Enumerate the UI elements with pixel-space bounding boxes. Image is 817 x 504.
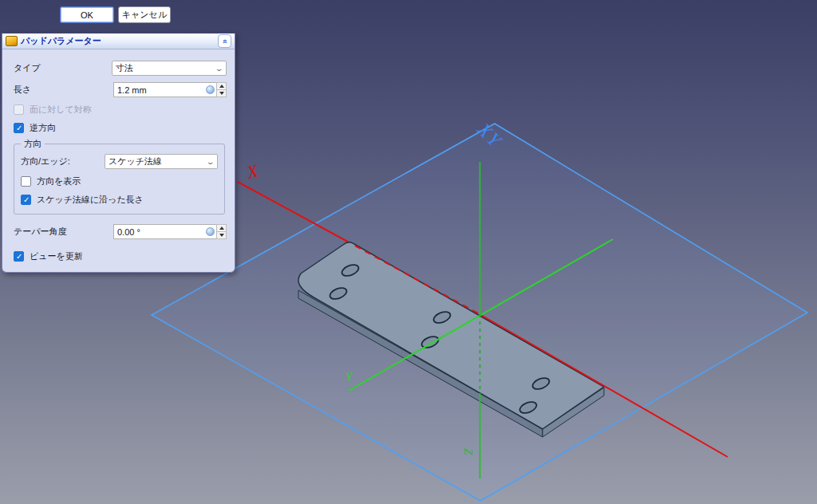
update-view-checkbox-row[interactable]: ビューを更新: [14, 250, 227, 262]
show-direction-checkbox[interactable]: [21, 176, 31, 187]
panel-title: パッドパラメーター: [21, 37, 215, 45]
type-label: タイプ: [14, 62, 112, 74]
triangle-down-icon: [219, 234, 224, 237]
direction-groupbox: 方向 方向/エッジ: スケッチ法線 ⌄ 方向を表示 スケッチ法線に沿った長さ: [14, 144, 225, 215]
spin-down-button[interactable]: [216, 232, 227, 239]
reversed-checkbox[interactable]: [14, 123, 24, 133]
collapse-button[interactable]: »: [218, 34, 231, 48]
pad-parameters-panel: パッドパラメーター » タイプ 寸法 ⌄ 長さ 1.2 mm: [2, 33, 235, 273]
cancel-button[interactable]: キャンセル: [118, 6, 171, 23]
z-axis-label: Z: [462, 448, 475, 455]
update-view-label: ビューを更新: [30, 250, 83, 262]
along-normal-label: スケッチ法線に沿った長さ: [37, 194, 144, 206]
triangle-up-icon: [219, 226, 224, 230]
show-direction-checkbox-row[interactable]: 方向を表示: [21, 175, 218, 187]
expression-icon[interactable]: [206, 85, 215, 94]
expression-icon[interactable]: [206, 227, 215, 236]
chevron-down-icon: ⌄: [207, 158, 215, 166]
chevron-down-icon: ⌄: [215, 65, 224, 73]
taper-label: テーパー角度: [14, 226, 113, 238]
length-value: 1.2 mm: [117, 85, 206, 95]
triangle-down-icon: [219, 92, 224, 95]
length-label: 長さ: [14, 84, 113, 96]
type-row: タイプ 寸法 ⌄: [14, 61, 227, 76]
direction-edge-row: 方向/エッジ: スケッチ法線 ⌄: [21, 154, 218, 169]
length-row: 長さ 1.2 mm: [14, 82, 227, 97]
length-spinbox[interactable]: 1.2 mm: [113, 82, 227, 97]
ok-button[interactable]: OK: [60, 6, 114, 23]
direction-edge-label: 方向/エッジ:: [21, 156, 105, 167]
spin-up-button[interactable]: [216, 224, 227, 232]
pad-icon: [6, 36, 18, 46]
panel-body: タイプ 寸法 ⌄ 長さ 1.2 mm 面に対して対称: [2, 49, 235, 272]
symmetric-checkbox[interactable]: [14, 104, 24, 115]
triangle-up-icon: [219, 85, 224, 88]
type-combobox[interactable]: 寸法 ⌄: [112, 61, 227, 76]
spin-down-button[interactable]: [216, 90, 227, 97]
along-normal-checkbox-row[interactable]: スケッチ法線に沿った長さ: [21, 194, 218, 206]
taper-value: 0.00 °: [117, 227, 206, 237]
along-normal-checkbox[interactable]: [21, 195, 31, 205]
x-axis-label: X: [244, 160, 262, 183]
taper-row: テーパー角度 0.00 °: [14, 224, 227, 239]
reversed-label: 逆方向: [30, 122, 56, 134]
direction-edge-value: スケッチ法線: [109, 156, 162, 167]
direction-edge-combobox[interactable]: スケッチ法線 ⌄: [105, 154, 218, 169]
show-direction-label: 方向を表示: [37, 175, 81, 187]
symmetric-checkbox-row[interactable]: 面に対して対称: [14, 104, 227, 116]
direction-group-legend: 方向: [21, 138, 45, 150]
spin-up-button[interactable]: [216, 82, 227, 90]
update-view-checkbox[interactable]: [14, 251, 24, 262]
symmetric-label: 面に対して対称: [30, 104, 92, 116]
panel-header[interactable]: パッドパラメーター »: [2, 33, 235, 49]
type-value: 寸法: [116, 62, 133, 74]
reversed-checkbox-row[interactable]: 逆方向: [14, 122, 227, 134]
chevron-double-up-icon: »: [221, 39, 229, 44]
taper-spinbox[interactable]: 0.00 °: [113, 224, 227, 239]
